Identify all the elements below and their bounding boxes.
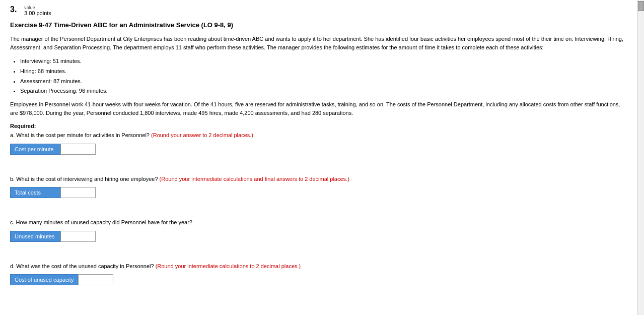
description2: Employees in Personnel work 41-hour week… xyxy=(10,100,627,117)
question-a-highlight: (Round your answer to 2 decimal places.) xyxy=(151,132,253,138)
answer-label-d: Cost of unused capacity xyxy=(10,274,78,285)
answer-label-a: Cost per minute xyxy=(10,144,60,155)
question-d-text: d. What was the cost of the unused capac… xyxy=(10,263,154,269)
question-c: c. How many minutes of unused capacity d… xyxy=(10,218,627,227)
question-header: 3. value 3.00 points xyxy=(10,5,627,16)
question-c-text: c. How many minutes of unused capacity d… xyxy=(10,219,192,225)
scrollbar[interactable] xyxy=(637,0,644,315)
bullet-item-4: Separation Processing: 96 minutes. xyxy=(20,86,627,96)
question-b-highlight: (Round your intermediate calculations an… xyxy=(160,176,349,182)
question-a-text: a. What is the cost per minute for activ… xyxy=(10,132,150,138)
bullet-item-3: Assessment: 87 minutes. xyxy=(20,77,627,87)
answer-row-b: Total costs xyxy=(10,187,627,198)
scrollbar-thumb[interactable] xyxy=(638,1,644,11)
bullet-item-2: Hiring: 68 minutes. xyxy=(20,67,627,77)
question-a: a. What is the cost per minute for activ… xyxy=(10,131,627,140)
spacer-cd xyxy=(10,252,627,260)
question-b-text: b. What is the cost of interviewing and … xyxy=(10,176,158,182)
section-c: c. How many minutes of unused capacity d… xyxy=(10,218,627,242)
answer-row-c: Unused minutes xyxy=(10,231,627,242)
points-block: value 3.00 points xyxy=(24,5,51,16)
question-b: b. What is the cost of interviewing and … xyxy=(10,175,627,183)
question-number: 3. xyxy=(10,5,20,14)
section-b: b. What is the cost of interviewing and … xyxy=(10,175,627,199)
exercise-title: Exercise 9-47 Time-Driven ABC for an Adm… xyxy=(10,21,627,29)
answer-row-d: Cost of unused capacity xyxy=(10,274,627,285)
answer-input-a[interactable] xyxy=(60,144,96,155)
points-value: 3.00 points xyxy=(24,10,51,16)
page-container: 3. value 3.00 points Exercise 9-47 Time-… xyxy=(0,0,644,315)
spacer-ab xyxy=(10,165,627,173)
main-content: 3. value 3.00 points Exercise 9-47 Time-… xyxy=(0,0,637,315)
spacer-bc xyxy=(10,208,627,216)
value-label: value xyxy=(24,5,51,10)
answer-row-a: Cost per minute xyxy=(10,144,627,155)
section-a: a. What is the cost per minute for activ… xyxy=(10,131,627,155)
answer-input-c[interactable] xyxy=(60,231,96,242)
answer-label-b: Total costs xyxy=(10,187,60,198)
description1: The manager of the Personnel Department … xyxy=(10,35,627,51)
section-d: d. What was the cost of the unused capac… xyxy=(10,262,627,286)
required-label: Required: xyxy=(10,123,627,129)
answer-input-b[interactable] xyxy=(60,187,96,198)
question-d-highlight: (Round your intermediate calculations to… xyxy=(156,263,301,269)
bullet-item-1: Interviewing: 51 minutes. xyxy=(20,56,627,67)
answer-label-c: Unused minutes xyxy=(10,231,60,242)
bullet-list: Interviewing: 51 minutes. Hiring: 68 min… xyxy=(20,56,627,96)
question-d: d. What was the cost of the unused capac… xyxy=(10,262,627,271)
answer-input-d[interactable] xyxy=(78,274,113,285)
